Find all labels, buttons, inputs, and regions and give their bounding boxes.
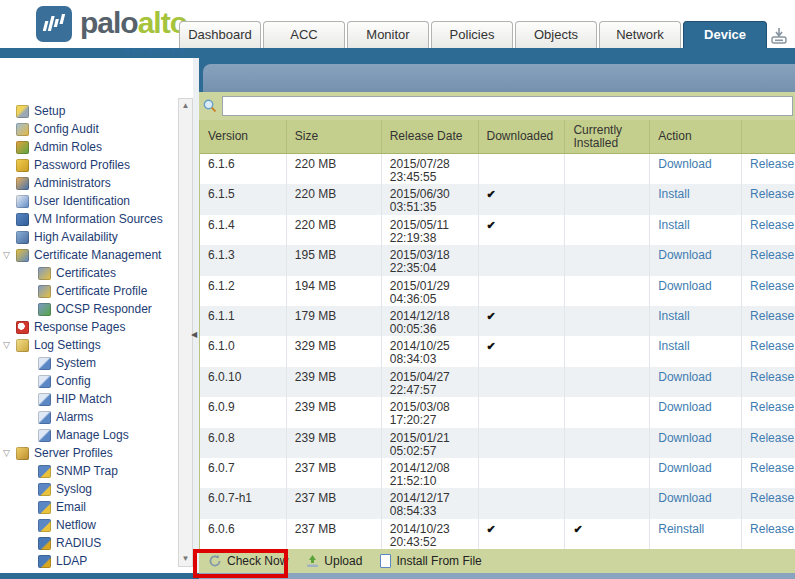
column-header-size[interactable]: Size	[287, 120, 382, 153]
table-row[interactable]: 6.0.8239 MB2015/01/21 05:02:57DownloadRe…	[200, 428, 795, 458]
sidebar-item-netflow[interactable]: Netflow	[3, 516, 178, 534]
upload-button[interactable]: Upload	[306, 554, 362, 568]
commit-icon[interactable]	[769, 26, 789, 46]
scroll-down-arrow-icon[interactable]: ▼	[179, 552, 192, 566]
action-cell: Download	[650, 458, 742, 488]
sidebar-item-response-pages[interactable]: Response Pages	[3, 318, 178, 336]
size-cell: 237 MB	[287, 519, 382, 549]
action-link[interactable]: Install	[658, 309, 689, 323]
release-notes-link[interactable]: Release Notes	[750, 491, 795, 505]
table-row[interactable]: 6.0.7-h1237 MB2014/12/17 08:54:33Downloa…	[200, 488, 795, 518]
release-notes-link[interactable]: Release Notes	[750, 370, 795, 384]
action-link[interactable]: Install	[658, 218, 689, 232]
action-link[interactable]: Download	[658, 370, 711, 384]
action-link[interactable]: Download	[658, 431, 711, 445]
table-row[interactable]: 6.1.0329 MB2014/10/25 08:34:03✔InstallRe…	[200, 336, 795, 366]
sidebar-item-administrators[interactable]: Administrators	[3, 174, 178, 192]
install-from-file-button[interactable]: Install From File	[380, 554, 481, 568]
sidebar-item-password-profiles[interactable]: Password Profiles	[3, 156, 178, 174]
table-row[interactable]: 6.1.5220 MB2015/06/30 03:51:35✔InstallRe…	[200, 184, 795, 214]
sidebar-item-vm-information-sources[interactable]: VM Information Sources	[3, 210, 178, 228]
column-header-release-notes[interactable]	[742, 120, 795, 153]
server-icon	[38, 501, 51, 514]
sidebar-item-certificate-management[interactable]: ▽Certificate Management	[3, 246, 178, 264]
table-row[interactable]: 6.1.4220 MB2015/05/11 22:19:38✔InstallRe…	[200, 215, 795, 245]
release-notes-link[interactable]: Release Notes	[750, 400, 795, 414]
release-notes-link[interactable]: Release Notes	[750, 279, 795, 293]
release-notes-cell: Release Notes	[742, 428, 795, 458]
sidebar-splitter[interactable]: ◀	[193, 58, 199, 573]
sidebar-item-high-availability[interactable]: High Availability	[3, 228, 178, 246]
action-link[interactable]: Download	[658, 248, 711, 262]
sidebar-item-setup[interactable]: Setup	[3, 102, 178, 120]
table-row[interactable]: 6.0.7237 MB2014/12/08 21:52:10DownloadRe…	[200, 458, 795, 488]
sidebar-item-ocsp-responder[interactable]: OCSP Responder	[3, 300, 178, 318]
tab-device[interactable]: Device	[683, 21, 767, 48]
action-link[interactable]: Install	[658, 187, 689, 201]
release-notes-link[interactable]: Release Notes	[750, 522, 795, 536]
sidebar-item-snmp-trap[interactable]: SNMP Trap	[3, 462, 178, 480]
action-link[interactable]: Download	[658, 491, 711, 505]
sidebar-item-certificates[interactable]: Certificates	[3, 264, 178, 282]
release-notes-link[interactable]: Release Notes	[750, 461, 795, 475]
downloaded-cell	[479, 276, 566, 306]
release-notes-link[interactable]: Release Notes	[750, 187, 795, 201]
expander-icon[interactable]: ▽	[3, 448, 16, 458]
check-now-button[interactable]: Check Now	[208, 554, 288, 568]
release-notes-cell: Release Notes	[742, 458, 795, 488]
release-notes-link[interactable]: Release Notes	[750, 248, 795, 262]
tab-acc[interactable]: ACC	[263, 21, 345, 48]
action-link[interactable]: Download	[658, 157, 711, 171]
table-row[interactable]: 6.1.6220 MB2015/07/28 23:45:55DownloadRe…	[200, 154, 795, 184]
expander-icon[interactable]: ▽	[3, 340, 16, 350]
table-row[interactable]: 6.1.2194 MB2015/01/29 04:36:05DownloadRe…	[200, 276, 795, 306]
tab-objects[interactable]: Objects	[515, 21, 597, 48]
table-row[interactable]: 6.1.1179 MB2014/12/18 00:05:36✔InstallRe…	[200, 306, 795, 336]
config-log-icon	[38, 375, 51, 388]
sidebar-item-server-profiles[interactable]: ▽Server Profiles	[3, 444, 178, 462]
sidebar-item-hip-match[interactable]: HIP Match	[3, 390, 178, 408]
sidebar-item-email[interactable]: Email	[3, 498, 178, 516]
release-notes-link[interactable]: Release Notes	[750, 218, 795, 232]
sidebar-item-admin-roles[interactable]: Admin Roles	[3, 138, 178, 156]
filter-input[interactable]	[222, 96, 793, 116]
table-row[interactable]: 6.0.10239 MB2015/04/27 22:47:57DownloadR…	[200, 367, 795, 397]
table-row[interactable]: 6.1.3195 MB2015/03/18 22:35:04DownloadRe…	[200, 245, 795, 275]
sidebar-item-ldap[interactable]: LDAP	[3, 552, 178, 570]
sidebar-item-syslog[interactable]: Syslog	[3, 480, 178, 498]
tab-network[interactable]: Network	[599, 21, 681, 48]
column-header-release-date[interactable]: Release Date	[382, 120, 479, 153]
action-link[interactable]: Download	[658, 400, 711, 414]
column-header-currently-installed[interactable]: Currently Installed	[565, 120, 650, 153]
release-notes-link[interactable]: Release Notes	[750, 431, 795, 445]
release-notes-link[interactable]: Release Notes	[750, 339, 795, 353]
action-link[interactable]: Download	[658, 279, 711, 293]
tab-dashboard[interactable]: Dashboard	[179, 21, 261, 48]
sidebar-item-alarms[interactable]: Alarms	[3, 408, 178, 426]
column-header-version[interactable]: Version	[200, 120, 287, 153]
action-link[interactable]: Download	[658, 461, 711, 475]
sidebar-item-certificate-profile[interactable]: Certificate Profile	[3, 282, 178, 300]
tab-policies[interactable]: Policies	[431, 21, 513, 48]
sidebar-item-radius[interactable]: RADIUS	[3, 534, 178, 552]
collapse-sidebar-icon[interactable]: ◀	[191, 330, 197, 339]
sidebar-item-user-identification[interactable]: User Identification	[3, 192, 178, 210]
tab-monitor[interactable]: Monitor	[347, 21, 429, 48]
version-cell: 6.1.3	[200, 245, 287, 275]
sidebar-item-log-settings[interactable]: ▽Log Settings	[3, 336, 178, 354]
release-notes-link[interactable]: Release Notes	[750, 157, 795, 171]
sidebar-item-config[interactable]: Config	[3, 372, 178, 390]
table-row[interactable]: 6.0.9239 MB2015/03/08 17:20:27DownloadRe…	[200, 397, 795, 427]
column-header-action[interactable]: Action	[650, 120, 742, 153]
scroll-up-arrow-icon[interactable]: ▲	[179, 99, 192, 113]
action-cell: Install	[650, 336, 742, 366]
table-row[interactable]: 6.0.6237 MB2014/10/23 20:43:52✔✔Reinstal…	[200, 519, 795, 549]
expander-icon[interactable]: ▽	[3, 250, 16, 260]
sidebar-item-config-audit[interactable]: Config Audit	[3, 120, 178, 138]
action-link[interactable]: Install	[658, 339, 689, 353]
sidebar-item-system[interactable]: System	[3, 354, 178, 372]
action-link[interactable]: Reinstall	[658, 522, 704, 536]
release-notes-link[interactable]: Release Notes	[750, 309, 795, 323]
column-header-downloaded[interactable]: Downloaded	[479, 120, 566, 153]
sidebar-item-manage-logs[interactable]: Manage Logs	[3, 426, 178, 444]
